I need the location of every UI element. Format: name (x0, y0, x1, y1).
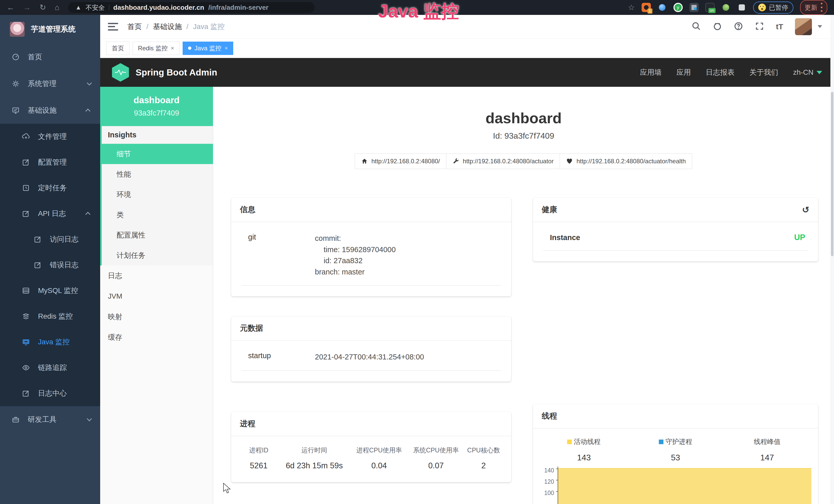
breadcrumb-current: Java 监控 (193, 22, 225, 31)
page-scrollbar[interactable] (830, 15, 834, 504)
caret-down-icon[interactable] (817, 25, 822, 28)
app-logo-row[interactable]: 芋道管理系统 (0, 15, 100, 44)
tags-view-bar: 首页 Redis 监控 × Java 监控 × (100, 39, 834, 58)
extension-icon-1[interactable]: 1 (642, 3, 651, 12)
history-icon[interactable]: ↺ (802, 205, 810, 214)
profile-avatar-emoji (758, 4, 766, 11)
service-url-chip[interactable]: http://192.168.0.2:48080/ (355, 154, 446, 169)
extension-grid-icon[interactable] (689, 3, 699, 12)
sidebar-item-java-monitor[interactable]: Java 监控 (0, 329, 100, 355)
url-divider (109, 4, 109, 10)
sba-side-item-environment[interactable]: 环境 (102, 184, 213, 205)
extension-icon-2[interactable]: y (674, 3, 683, 12)
sidebar-item-access-logs[interactable]: 访问日志 (0, 226, 100, 252)
threads-card-title: 线程 (542, 411, 557, 421)
tab-close-icon[interactable]: × (224, 45, 228, 52)
status-badge: UP (794, 233, 805, 242)
sba-instance-header[interactable]: dashboard 93a3fc7f7409 (100, 87, 213, 126)
sba-side-item-jvm[interactable]: JVM (100, 286, 213, 306)
forward-icon[interactable]: → (23, 4, 31, 11)
chrome-update-button[interactable]: 更新 ••• (800, 0, 827, 15)
metadata-card: 元数据 startup 2021-04-27T00:44:31.254+08:0… (231, 316, 511, 382)
sba-side-item-metrics[interactable]: 性能 (102, 164, 213, 184)
sidebar-item-error-logs[interactable]: 错误日志 (0, 252, 100, 278)
schedule-icon (22, 184, 30, 192)
sba-locale-select[interactable]: zh-CN (793, 68, 822, 76)
health-card-title: 健康 (542, 204, 557, 215)
insights-section-title: Insights (102, 126, 213, 144)
avatar[interactable] (795, 18, 812, 35)
sba-side-item-caches[interactable]: 缓存 (100, 327, 213, 348)
dashboard-icon (11, 53, 20, 61)
insights-section: Insights 细节 性能 环境 类 配置属性 计划任务 (100, 126, 213, 266)
actuator-url-chip[interactable]: http://192.168.0.2:48080/actuator (446, 154, 560, 169)
breadcrumb-infra: 基础设施 (153, 22, 182, 31)
sidebar-item-dev-tools[interactable]: 研发工具 (0, 406, 100, 433)
extension-icon-3[interactable]: on (705, 3, 715, 12)
sidebar-item-infra[interactable]: 基础设施 (0, 97, 100, 124)
sba-side-item-classes[interactable]: 类 (102, 205, 213, 225)
sba-side-item-details[interactable]: 细节 (102, 144, 213, 164)
extension-badge: 1 (648, 8, 652, 14)
extension-leaf-icon[interactable] (721, 3, 730, 12)
sidebar-item-home[interactable]: 首页 (0, 44, 100, 70)
sba-brand-title[interactable]: Spring Boot Admin (136, 67, 217, 77)
instance-id-line: Id: 93a3fc7f7409 (213, 131, 834, 141)
github-icon[interactable] (713, 22, 722, 32)
mouse-cursor (223, 483, 232, 494)
tab-close-icon[interactable]: × (171, 45, 174, 52)
extension-pin-icon[interactable] (658, 3, 667, 12)
fullscreen-icon[interactable] (755, 22, 764, 32)
spring-boot-admin-frame: Spring Boot Admin 应用墙 应用 日志报表 关于我们 zh-CN (100, 58, 834, 504)
chevron-up-icon (85, 212, 90, 217)
breadcrumb-home[interactable]: 首页 (127, 22, 142, 31)
sba-logo-icon[interactable] (112, 63, 129, 82)
log-icon (22, 209, 30, 218)
sidebar-item-system[interactable]: 系统管理 (0, 70, 100, 97)
admin-sidebar: 芋道管理系统 首页 系统管理 基础设施 文件管理 配置管理 (0, 15, 100, 504)
help-icon[interactable] (734, 22, 743, 32)
bookmark-star-icon[interactable]: ☆ (628, 4, 635, 11)
log-icon (34, 235, 42, 244)
reload-icon[interactable]: ↻ (40, 4, 46, 11)
sidebar-item-redis-monitor[interactable]: Redis 监控 (0, 303, 100, 329)
mysql-icon (22, 286, 30, 295)
chart-plot-area (557, 466, 813, 504)
extensions-puzzle-icon[interactable] (737, 3, 746, 12)
sba-side-item-scheduled-tasks[interactable]: 计划任务 (102, 245, 213, 266)
sba-nav-applications[interactable]: 应用 (677, 68, 691, 77)
sidebar-item-mysql-monitor[interactable]: MySQL 监控 (0, 278, 100, 303)
tab-home[interactable]: 首页 (106, 42, 129, 55)
search-icon[interactable] (692, 22, 701, 32)
text-size-icon[interactable]: tT (776, 22, 783, 31)
sidebar-item-log-center[interactable]: 日志中心 (0, 381, 100, 406)
sidebar-item-file-manage[interactable]: 文件管理 (0, 124, 100, 150)
java-monitor-icon (22, 338, 30, 346)
scrollbar-thumb[interactable] (831, 92, 833, 256)
menu-dots-icon[interactable]: ••• (821, 2, 823, 13)
back-icon[interactable]: ← (7, 4, 14, 11)
tab-redis-monitor[interactable]: Redis 监控 × (133, 42, 179, 55)
sba-sidebar: dashboard 93a3fc7f7409 Insights 细节 性能 环境… (100, 87, 213, 504)
sidebar-item-config-manage[interactable]: 配置管理 (0, 150, 100, 175)
sba-side-item-logs[interactable]: 日志 (100, 266, 213, 286)
hamburger-icon[interactable] (108, 22, 118, 31)
sba-nav-wallboard[interactable]: 应用墙 (640, 68, 662, 77)
extension-on-badge: on (708, 8, 716, 13)
sba-side-item-mappings[interactable]: 映射 (100, 306, 213, 327)
sba-side-item-config-props[interactable]: 配置属性 (102, 225, 213, 245)
address-bar[interactable]: ▲ 不安全 dashboard.yudao.iocoder.cn/infra/a… (68, 2, 315, 13)
threads-legend: 活动线程 143 守护进程 53 线程峰值 (538, 437, 813, 462)
home-icon[interactable]: ⌂ (55, 4, 59, 11)
sidebar-item-api-logs[interactable]: API 日志 (0, 201, 100, 226)
sidebar-item-tracing[interactable]: 链路追踪 (0, 355, 100, 381)
sba-nav-about[interactable]: 关于我们 (749, 68, 778, 77)
sba-nav-journal[interactable]: 日志报表 (706, 68, 734, 77)
redis-icon (22, 312, 30, 321)
toolbox-icon (11, 415, 20, 424)
warning-icon[interactable]: ▲ (75, 4, 82, 11)
health-url-chip[interactable]: http://192.168.0.2:48080/actuator/health (560, 154, 692, 169)
sidebar-item-scheduled-jobs[interactable]: 定时任务 (0, 175, 100, 201)
tab-java-monitor[interactable]: Java 监控 × (183, 42, 233, 55)
profile-paused-chip[interactable]: 已暂停 (753, 2, 793, 14)
